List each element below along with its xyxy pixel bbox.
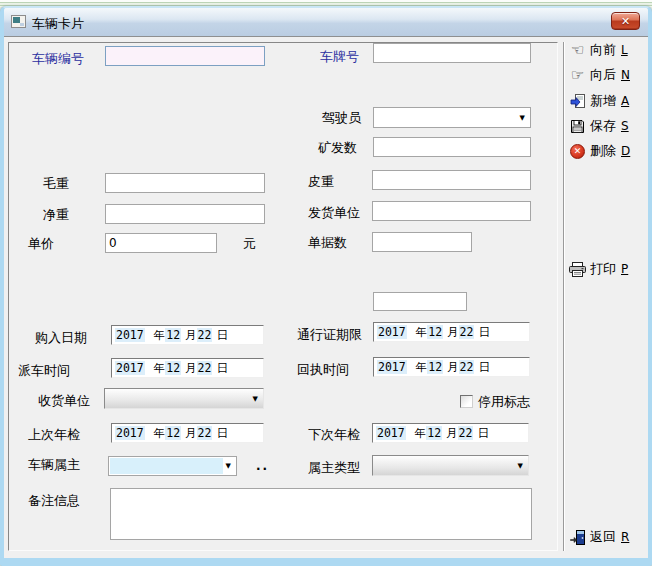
hand-right-icon: ☞: [568, 68, 587, 83]
client-area: 车辆编号 车牌号 驾驶员 ▼ 矿发数 毛重 皮重 净重 发货单位 单价 元: [4, 37, 648, 558]
dispatch-time-field[interactable]: 2017年12月22日: [111, 358, 264, 378]
return-button[interactable]: 返回 R: [568, 527, 650, 547]
receiver-combo[interactable]: ▼: [104, 388, 264, 409]
vehicle-card-window: 车辆卡片 ✕ 车辆编号 车牌号 驾驶员 ▼ 矿发数 毛重 皮重: [0, 6, 652, 566]
save-icon: [568, 119, 587, 134]
new-record-icon: [568, 93, 587, 109]
tare-weight-input[interactable]: [372, 170, 531, 190]
window-icon: [11, 15, 26, 28]
print-button[interactable]: 打印 P: [568, 259, 650, 279]
tare-weight-label: 皮重: [308, 174, 334, 189]
driver-combo[interactable]: ▼: [373, 107, 531, 128]
yuan-suffix-label: 元: [243, 236, 256, 251]
last-inspection-label: 上次年检: [28, 427, 80, 442]
delete-icon: ✕: [568, 144, 587, 159]
chevron-down-icon: ▼: [518, 462, 523, 469]
disable-flag-label[interactable]: 停用标志: [478, 394, 530, 409]
plate-no-label: 车牌号: [320, 49, 359, 64]
forward-button[interactable]: ☜ 向前 L: [568, 40, 650, 60]
vehicle-owner-label: 车辆属主: [28, 457, 80, 472]
shipper-input[interactable]: [372, 201, 531, 221]
mine-issue-label: 矿发数: [318, 140, 357, 155]
doc-count-input[interactable]: [372, 232, 472, 252]
shipper-label: 发货单位: [308, 205, 360, 220]
mine-issue-input[interactable]: [373, 137, 531, 157]
net-weight-label: 净重: [43, 207, 69, 222]
receipt-time-field[interactable]: 2017年12月22日: [373, 357, 530, 377]
receipt-time-label: 回执时间: [297, 362, 349, 377]
vehicle-owner-combo[interactable]: ▼: [108, 456, 237, 476]
doc-count-label: 单据数: [308, 235, 347, 250]
close-icon: ✕: [621, 16, 630, 27]
vehicle-id-label: 车辆编号: [32, 51, 84, 66]
pass-validity-field[interactable]: 2017年12月22日: [373, 322, 530, 342]
owner-type-combo[interactable]: ▼: [372, 455, 529, 476]
driver-label: 驾驶员: [322, 110, 361, 125]
chevron-down-icon: ▼: [520, 114, 525, 121]
gross-weight-input[interactable]: [105, 173, 265, 193]
unit-price-label: 单价: [28, 236, 54, 251]
receiver-label: 收货单位: [38, 393, 90, 408]
pass-validity-label: 通行证期限: [297, 327, 362, 342]
window-title: 车辆卡片: [32, 15, 84, 33]
misc-input[interactable]: [373, 292, 467, 311]
unit-price-input[interactable]: [105, 233, 217, 253]
plate-no-input[interactable]: [373, 43, 531, 63]
backward-button[interactable]: ☞ 向后 N: [568, 65, 650, 85]
chevron-down-icon: ▼: [253, 395, 258, 402]
next-inspection-field[interactable]: 2017年12月22日: [372, 423, 529, 443]
net-weight-input[interactable]: [105, 204, 265, 224]
disable-flag-checkbox[interactable]: [460, 395, 473, 408]
gross-weight-label: 毛重: [43, 176, 69, 191]
chevron-down-icon: ▼: [226, 463, 231, 470]
hand-left-icon: ☜: [568, 43, 587, 58]
purchase-date-label: 购入日期: [35, 330, 87, 345]
delete-button[interactable]: ✕ 删除 D: [568, 141, 650, 161]
vehicle-id-input[interactable]: [105, 46, 265, 66]
vehicle-owner-combo-fill: [110, 458, 223, 474]
dispatch-time-label: 派车时间: [18, 363, 70, 378]
remarks-textarea[interactable]: [110, 488, 532, 540]
screen: 车辆卡片 ✕ 车辆编号 车牌号 驾驶员 ▼ 矿发数 毛重 皮重: [0, 0, 652, 566]
purchase-date-field[interactable]: 2017年12月22日: [111, 325, 264, 345]
owner-browse-button[interactable]: ..: [256, 459, 269, 473]
exit-icon: [568, 529, 587, 546]
last-inspection-field[interactable]: 2017年12月22日: [111, 423, 264, 443]
sidebar-divider: [563, 42, 565, 551]
owner-type-label: 属主类型: [308, 460, 360, 475]
new-button[interactable]: 新增 A: [568, 91, 650, 111]
next-inspection-label: 下次年检: [308, 427, 360, 442]
remarks-label: 备注信息: [28, 493, 80, 508]
titlebar[interactable]: 车辆卡片 ✕: [4, 8, 648, 37]
print-icon: [568, 262, 587, 277]
close-button[interactable]: ✕: [611, 12, 640, 30]
save-button[interactable]: 保存 S: [568, 116, 650, 136]
